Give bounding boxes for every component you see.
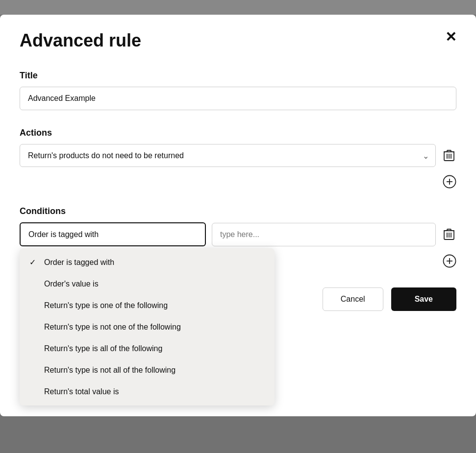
trash-icon <box>444 149 454 162</box>
dropdown-item-4[interactable]: Return's type is not one of the followin… <box>20 316 275 338</box>
title-label: Title <box>20 71 456 81</box>
dropdown-item-3[interactable]: Return's type is one of the following <box>20 295 275 316</box>
plus-circle-icon <box>443 175 456 189</box>
title-section: Title <box>20 71 456 110</box>
dropdown-item-5[interactable]: Return's type is all of the following <box>20 338 275 359</box>
add-condition-button[interactable] <box>443 254 456 268</box>
condition-trash-icon <box>444 228 454 241</box>
close-button[interactable]: ✕ <box>445 30 456 44</box>
actions-section: Actions Return's products do not need to… <box>20 128 456 189</box>
dropdown-item-label-2: Order's value is <box>44 280 99 288</box>
condition-select-wrapper: Order is tagged with Order's value is Re… <box>20 222 206 246</box>
dropdown-item-7[interactable]: Return's total value is <box>20 381 275 403</box>
action-delete-button[interactable] <box>442 147 456 164</box>
title-input[interactable] <box>20 87 456 110</box>
action-row: Return's products do not need to be retu… <box>20 144 456 167</box>
dropdown-item-1[interactable]: ✓ Order is tagged with <box>20 251 275 273</box>
dropdown-item-6[interactable]: Return's type is not all of the followin… <box>20 359 275 381</box>
actions-label: Actions <box>20 128 456 138</box>
conditions-label: Conditions <box>20 206 456 216</box>
dropdown-item-2[interactable]: Order's value is <box>20 273 275 295</box>
condition-text-input[interactable] <box>212 223 436 246</box>
modal-header: Advanced rule ✕ <box>20 30 456 51</box>
condition-select[interactable]: Order is tagged with Order's value is Re… <box>20 222 206 246</box>
add-action-button[interactable] <box>443 175 456 189</box>
dropdown-item-label-3: Return's type is one of the following <box>44 301 168 310</box>
add-condition-plus-icon <box>443 254 456 268</box>
add-action-row <box>20 175 456 189</box>
modal-overlay: Advanced rule ✕ Title Actions Return's p… <box>0 15 476 453</box>
cancel-button[interactable]: Cancel <box>323 287 383 311</box>
conditions-section: Conditions Order is tagged with Order's … <box>20 206 456 268</box>
dropdown-item-label-6: Return's type is not all of the followin… <box>44 366 175 375</box>
condition-row: Order is tagged with Order's value is Re… <box>20 222 456 246</box>
dropdown-item-label-7: Return's total value is <box>44 387 119 396</box>
condition-dropdown: ✓ Order is tagged with Order's value is … <box>20 248 275 405</box>
condition-delete-button[interactable] <box>442 226 456 243</box>
modal-dialog: Advanced rule ✕ Title Actions Return's p… <box>0 15 476 416</box>
dropdown-item-label-1: Order is tagged with <box>44 258 114 267</box>
action-select[interactable]: Return's products do not need to be retu… <box>20 144 436 167</box>
dropdown-item-label-4: Return's type is not one of the followin… <box>44 323 181 332</box>
action-select-wrapper: Return's products do not need to be retu… <box>20 144 436 167</box>
dropdown-item-label-5: Return's type is all of the following <box>44 344 162 353</box>
modal-title: Advanced rule <box>20 30 141 51</box>
save-button[interactable]: Save <box>391 287 456 311</box>
check-icon: ✓ <box>29 258 39 267</box>
